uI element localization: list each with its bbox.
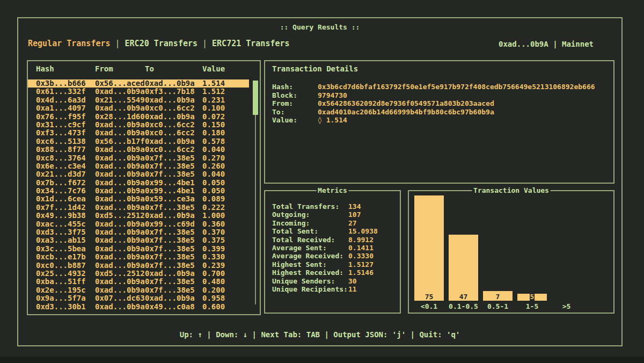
table-row[interactable]: 0xd3...30b10xad...0b9a0x49...c0a80.600	[28, 303, 249, 311]
table-row[interactable]: 0xc8...37640xad...0b9a0x7f...38e50.270	[28, 154, 249, 162]
table-row[interactable]: 0x21...d3d70xad...0b9a0x7f...38e50.040	[28, 170, 249, 178]
tab-group: Regular Transfers|ERC20 Transfers|ERC721…	[28, 39, 290, 48]
table-cell: 0x7f...38e5	[145, 228, 202, 236]
table-cell: 0xad...0b9a	[145, 113, 202, 121]
table-cell: 0.222	[202, 204, 249, 212]
table-cell: 0.270	[202, 154, 249, 162]
tab-erc721-transfers[interactable]: ERC721 Transfers	[212, 39, 290, 48]
table-cell: 0xac...455c	[36, 220, 95, 228]
table-cell: 0xc0...6cc2	[145, 129, 202, 137]
table-cell: 0xf3...7b18	[145, 88, 202, 96]
table-cell: 0x25...4932	[36, 270, 95, 278]
table-cell: 0xad...0b9a	[95, 220, 145, 228]
table-cell: 0xc8...3764	[36, 154, 95, 162]
table-cell: 0x99...4be1	[145, 187, 202, 195]
scrollbar-thumb[interactable]	[253, 81, 258, 115]
table-cell: 0.480	[202, 278, 249, 286]
table-cell: 0.578	[202, 137, 249, 146]
table-cell: 0x7f...38e5	[145, 262, 202, 270]
metric-value: 1.5146	[348, 268, 374, 277]
table-cell: 0x6e...c3e4	[36, 162, 95, 170]
table-cell: 0.399	[202, 245, 249, 253]
transaction-details-panel: Transaction Details Hash:0x3b6cd7d6bfaf1…	[264, 60, 614, 184]
table-cell: 0x99...c69d	[145, 220, 202, 228]
table-row[interactable]: 0xc0...b8870xad...0b9a0x7f...38e50.239	[28, 262, 249, 270]
chart-bars-area: 754775	[409, 195, 613, 301]
metric-label: Average Received:	[272, 252, 348, 260]
table-cell: 0x76...f95f	[36, 113, 95, 121]
table-cell: 0xad...0b9a	[95, 286, 145, 294]
table-row[interactable]: 0xd3...3f750xad...0b9a0x7f...38e50.370	[28, 228, 249, 236]
table-row[interactable]: 0xc6...51380x56...b17f0xad...0b9a0.578	[28, 137, 249, 146]
table-row[interactable]: 0xba...51ff0xad...0b9a0x7f...38e50.480	[28, 278, 249, 286]
table-cell: 0x07...dc63	[95, 294, 145, 302]
table-cell: 0xad...0b9a	[95, 236, 145, 244]
table-row[interactable]: 0x49...9b380xd5...25120xad...0b9a1.000	[28, 212, 249, 220]
table-cell: 0x4d...6a3d	[36, 96, 95, 104]
metric-row: Outgoing:107	[272, 210, 397, 219]
table-row[interactable]: 0xcb...e17b0xad...0b9a0x7f...38e50.330	[28, 253, 249, 261]
table-row[interactable]: 0x2e...195c0xad...0b9a0x7f...38e50.200	[28, 286, 249, 294]
chart-category-labels: <0.10.1-0.50.5-11-5>5	[409, 302, 613, 310]
table-row[interactable]: 0x6e...c3e40xad...0b9a0x7f...38e50.260	[28, 162, 249, 170]
detail-field: Value:◊ 1.514	[272, 116, 609, 125]
table-row[interactable]: 0x34...7c760xad...0b9a0x99...4be10.050	[28, 187, 249, 195]
table-cell: 1.514	[202, 79, 249, 88]
table-row[interactable]: 0x88...8f770xad...0b9a0xc0...6cc20.040	[28, 146, 249, 154]
bar-value-label: 7	[483, 293, 513, 301]
metrics-title: Metrics	[316, 186, 349, 194]
metric-label: Incoming:	[272, 219, 348, 227]
chart-title: Transaction Values	[472, 186, 551, 194]
bar-0.1-0.5: 47	[449, 235, 478, 301]
table-row[interactable]: 0x3b...b6660x56...aced0xad...0b9a1.514	[28, 79, 249, 88]
table-cell: 0xad...0b9a	[95, 303, 145, 311]
keybindings-status-bar: Up: ↑ | Down: ↓ | Next Tab: TAB | Output…	[18, 330, 621, 339]
metric-value: 0.1411	[348, 244, 374, 252]
table-row[interactable]: 0x61...332f0xad...0b9a0xf3...7b181.512	[28, 88, 249, 96]
table-row[interactable]: 0x1d...6cea0xad...0b9a0x59...ce3a0.089	[28, 195, 249, 203]
table-cell: 0x99...4be1	[145, 179, 202, 187]
table-cell: 0x7f...38e5	[145, 253, 202, 261]
table-row[interactable]: 0xf3...473f0xad...0b9a0xc0...6cc20.180	[28, 129, 249, 137]
column-header-to: To	[145, 64, 202, 73]
table-cell: 0x7f...38e5	[145, 278, 202, 286]
metric-label: Average Sent:	[272, 244, 348, 252]
table-row[interactable]: 0x25...49320xd5...25120xad...0b9a0.700	[28, 270, 249, 278]
bar-category-label: 0.5-1	[483, 302, 513, 310]
table-row[interactable]: 0x9a...5f7a0x07...dc630xad...0b9a0.958	[28, 294, 249, 302]
metric-row: Average Sent:0.1411	[272, 244, 397, 252]
table-cell: 0x56...aced	[95, 79, 145, 88]
table-row[interactable]: 0xa1...40970xad...0b9a0xc0...6cc20.100	[28, 104, 249, 112]
table-row[interactable]: 0x4d...6a3d0x21...55490xad...0b9a0.231	[28, 96, 249, 104]
table-row[interactable]: 0x31...c9cf0xad...0b9a0xc0...6cc20.150	[28, 121, 249, 129]
table-row[interactable]: 0x76...f95f0x28...1d600xad...0b9a0.072	[28, 113, 249, 121]
metric-value: 107	[348, 210, 361, 219]
table-cell: 0.050	[202, 187, 249, 195]
table-row[interactable]: 0x7f...1d420xad...0b9a0x7f...38e50.222	[28, 204, 249, 212]
scrollbar-track[interactable]	[255, 114, 256, 304]
table-cell: 0.958	[202, 294, 249, 302]
table-row[interactable]: 0xa3...ab150xad...0b9a0x7f...38e50.375	[28, 236, 249, 244]
table-row[interactable]: 0x7b...f6720xad...0b9a0x99...4be10.050	[28, 179, 249, 187]
metric-label: Total Received:	[272, 236, 348, 244]
tab-regular-transfers[interactable]: Regular Transfers	[28, 39, 111, 48]
table-row[interactable]: 0xac...455c0xad...0b9a0x99...c69d0.360	[28, 220, 249, 228]
bar-value-label: 5	[530, 293, 535, 301]
table-cell: 0xa1...4097	[36, 104, 95, 112]
tab-erc20-transfers[interactable]: ERC20 Transfers	[125, 39, 197, 48]
table-cell: 0xad...0b9a	[145, 294, 202, 302]
detail-field-value: 0xad4010ac206b14d66999b4bf9b80c6bc97b60b…	[318, 108, 494, 116]
table-row[interactable]: 0x3c...5bea0xad...0b9a0x7f...38e50.399	[28, 245, 249, 253]
detail-field-value: ◊ 1.514	[318, 116, 347, 124]
metric-row: Highest Received:1.5146	[272, 268, 397, 277]
table-cell: 0xa3...ab15	[36, 236, 95, 244]
transaction-values-chart-panel: Transaction Values 754775 <0.10.1-0.50.5…	[408, 190, 614, 314]
detail-field: Hash:0x3b6cd7d6bfaf163792f50e1ef5e917b97…	[272, 83, 609, 91]
table-cell: 0.072	[202, 113, 249, 121]
table-cell: 0x59...ce3a	[145, 195, 202, 203]
bar-category-label: <0.1	[414, 302, 444, 310]
table-cell: 0xad...0b9a	[95, 154, 145, 162]
metric-row: Total Sent:15.0938	[272, 227, 397, 235]
metric-label: Total Transfers:	[272, 202, 348, 210]
table-cell: 0.370	[202, 228, 249, 236]
